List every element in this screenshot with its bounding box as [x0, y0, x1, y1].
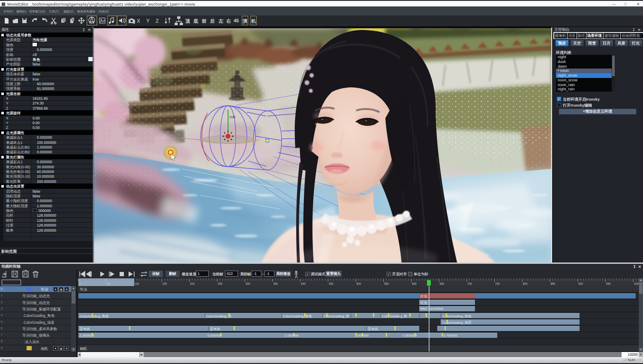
svg-text:950: 950: [606, 282, 611, 285]
svg-text:350: 350: [273, 282, 278, 285]
svg-text:150: 150: [162, 282, 167, 285]
svg-text:Y: Y: [146, 18, 150, 24]
svg-text:450: 450: [329, 282, 334, 285]
svg-text:500: 500: [357, 282, 361, 285]
svg-text:550: 550: [384, 282, 389, 285]
svg-text:750: 750: [495, 282, 500, 285]
svg-text:700: 700: [467, 282, 472, 285]
svg-text:250: 250: [218, 282, 222, 285]
svg-text:900: 900: [578, 282, 583, 285]
svg-text:200: 200: [190, 282, 195, 285]
svg-text:800: 800: [523, 282, 528, 285]
svg-text:600: 600: [412, 282, 417, 285]
svg-text:650: 650: [440, 282, 445, 285]
svg-text:50: 50: [107, 282, 110, 285]
svg-text:850: 850: [550, 282, 555, 285]
svg-text:Z: Z: [156, 18, 159, 24]
svg-text:400: 400: [301, 282, 306, 285]
svg-text:0: 0: [79, 282, 81, 285]
svg-text:100: 100: [135, 282, 139, 285]
svg-text:X: X: [137, 18, 140, 24]
svg-text:日柄: 日柄: [229, 116, 235, 119]
svg-text:300: 300: [246, 282, 250, 285]
